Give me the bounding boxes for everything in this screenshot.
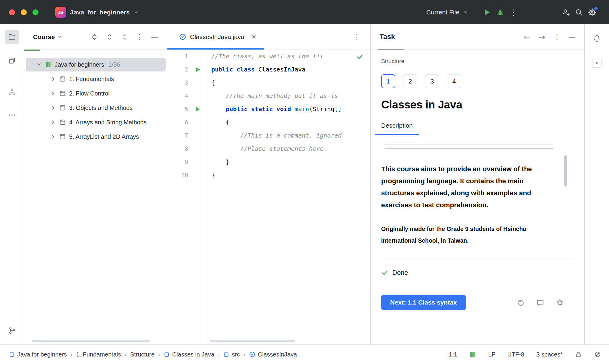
task-panel-header: Task ← → ⋮ — xyxy=(371,24,584,50)
task-step-3[interactable]: 3 xyxy=(425,74,439,88)
collapse-all-icon[interactable] xyxy=(119,31,130,43)
tab-description[interactable]: Description xyxy=(375,122,419,135)
forward-icon[interactable]: → xyxy=(536,31,548,43)
course-panel-title[interactable]: Course xyxy=(33,33,63,41)
run-line-icon[interactable] xyxy=(188,106,207,112)
line-separator-widget[interactable]: LF xyxy=(488,351,495,358)
tab-classesinjava[interactable]: ClassesInJava.java ✕ xyxy=(167,24,264,49)
tree-item[interactable]: 1. Fundamentals xyxy=(24,72,167,86)
locate-icon[interactable] xyxy=(89,31,100,43)
task-step-1[interactable]: 1 xyxy=(381,74,395,88)
breadcrumb-item[interactable]: Java for beginners xyxy=(9,351,67,358)
breadcrumb-separator: › xyxy=(217,351,221,358)
breadcrumb-label: 1. Fundamentals xyxy=(76,351,121,358)
code-line[interactable]: 7 //This is a comment, ignored xyxy=(167,129,370,142)
error-stripe-icon[interactable] xyxy=(594,351,601,358)
chevron-right-icon[interactable] xyxy=(49,76,58,82)
task-file-icon xyxy=(179,33,186,40)
tree-item[interactable]: 4. Arrays and String Methods xyxy=(24,115,167,129)
chevron-right-icon[interactable] xyxy=(49,105,58,111)
breadcrumb-item[interactable]: Classes in Java xyxy=(164,351,214,358)
folder-icon[interactable] xyxy=(5,30,19,44)
inspection-ok-icon[interactable] xyxy=(354,52,366,62)
tree-item-label: 2. Flow Control xyxy=(69,90,110,97)
code-text: { xyxy=(207,119,229,126)
encoding-widget[interactable]: UTF-8 xyxy=(507,351,524,358)
chevron-right-icon[interactable] xyxy=(49,119,58,126)
close-window-button[interactable] xyxy=(9,9,15,15)
close-icon[interactable]: ✕ xyxy=(251,33,256,41)
tree-item-label: 5. ArrayList and 2D Arrays xyxy=(69,133,139,140)
code-editor[interactable]: 1//The class, as well as the fil2public … xyxy=(167,50,370,344)
code-line[interactable]: 6 { xyxy=(167,116,370,129)
indent-widget[interactable]: 3 spaces* xyxy=(536,351,563,358)
settings-icon[interactable] xyxy=(586,6,599,19)
breadcrumb-item[interactable]: 1. Fundamentals xyxy=(76,351,121,358)
project-widget[interactable]: JB Java_for_beginners xyxy=(55,7,139,18)
breadcrumb-item[interactable]: Structure xyxy=(130,351,155,358)
code-line[interactable]: 8 //Place statements here. xyxy=(167,142,370,155)
tree-item[interactable]: 2. Flow Control xyxy=(24,86,167,101)
reset-icon[interactable] xyxy=(517,299,525,307)
breadcrumb-item[interactable]: ClassesInJava xyxy=(249,351,297,358)
minimize-window-button[interactable] xyxy=(21,9,27,15)
editor-more-icon[interactable]: ⋮ xyxy=(351,31,363,43)
task-step-4[interactable]: 4 xyxy=(447,74,461,88)
chevron-right-icon[interactable] xyxy=(49,90,58,97)
more-icon[interactable]: ⋮ xyxy=(551,31,563,43)
expand-all-icon[interactable] xyxy=(104,31,115,43)
code-line[interactable]: 4 //The main method; put it as-is xyxy=(167,89,370,102)
comment-icon[interactable] xyxy=(536,299,544,307)
tree-item-label: 1. Fundamentals xyxy=(69,76,114,83)
tree-item[interactable]: 5. ArrayList and 2D Arrays xyxy=(24,129,167,144)
back-icon[interactable]: ← xyxy=(521,31,533,43)
code-text: public static void main(String[] xyxy=(207,105,342,113)
run-configuration-selector[interactable]: Current File xyxy=(426,9,468,16)
statusbar-right: 1:1 LF UTF-8 3 spaces* xyxy=(449,351,601,358)
code-line[interactable]: 2public class ClassesInJava xyxy=(167,63,370,76)
hide-icon[interactable]: — xyxy=(149,31,160,43)
add-user-icon[interactable] xyxy=(559,6,572,19)
line-number: 6 xyxy=(167,119,188,126)
lesson-icon xyxy=(58,119,67,126)
star-icon[interactable] xyxy=(556,299,564,307)
next-task-button[interactable]: Next: 1.1 Class syntax xyxy=(381,295,466,310)
tool-window-stripe-button[interactable] xyxy=(592,58,602,68)
horizontal-scrollbar[interactable] xyxy=(210,340,295,342)
chevron-down-icon[interactable] xyxy=(34,61,43,68)
caret-position[interactable]: 1:1 xyxy=(449,351,457,358)
tab-label: ClassesInJava.java xyxy=(190,33,244,41)
tree-item[interactable]: Java for beginners1/56 xyxy=(24,57,167,72)
git-branch-icon[interactable] xyxy=(5,323,19,338)
tree-item[interactable]: 3. Objects and Methods xyxy=(24,101,167,115)
run-line-icon[interactable] xyxy=(188,66,207,73)
hide-icon[interactable]: — xyxy=(566,31,578,43)
more-icon[interactable]: ⋮ xyxy=(507,6,520,19)
bell-icon[interactable] xyxy=(591,33,603,44)
search-icon[interactable] xyxy=(572,6,586,19)
zoom-window-button[interactable] xyxy=(32,9,38,15)
code-line[interactable]: 1//The class, as well as the fil xyxy=(167,50,370,63)
debug-icon[interactable] xyxy=(494,6,507,19)
code-line[interactable]: 3{ xyxy=(167,76,370,89)
structure-icon[interactable] xyxy=(5,85,19,99)
task-panel-title[interactable]: Task xyxy=(380,33,395,41)
editor-panel: ClassesInJava.java ✕ ⋮ 1//The class, as … xyxy=(167,24,371,344)
code-line[interactable]: 9 } xyxy=(167,155,370,168)
titlebar-actions: Current File ⋮ xyxy=(426,6,609,19)
more-icon[interactable]: ⋮ xyxy=(134,31,145,43)
horizontal-scrollbar[interactable] xyxy=(32,340,150,342)
copies-icon[interactable] xyxy=(5,53,19,68)
titlebar: JB Java_for_beginners Current File xyxy=(0,0,609,24)
chevron-right-icon[interactable] xyxy=(49,133,58,140)
titlebar-right-icons xyxy=(559,6,599,19)
readonly-lock-icon[interactable] xyxy=(575,351,582,358)
task-step-2[interactable]: 2 xyxy=(403,74,417,88)
course-book-icon[interactable] xyxy=(469,351,476,358)
more-icon[interactable] xyxy=(5,108,19,122)
code-line[interactable]: 5 public static void main(String[] xyxy=(167,102,370,116)
run-icon[interactable] xyxy=(480,6,494,19)
code-line[interactable]: 10} xyxy=(167,168,370,182)
vertical-scrollbar[interactable] xyxy=(564,155,567,187)
breadcrumb-item[interactable]: src xyxy=(223,351,240,358)
